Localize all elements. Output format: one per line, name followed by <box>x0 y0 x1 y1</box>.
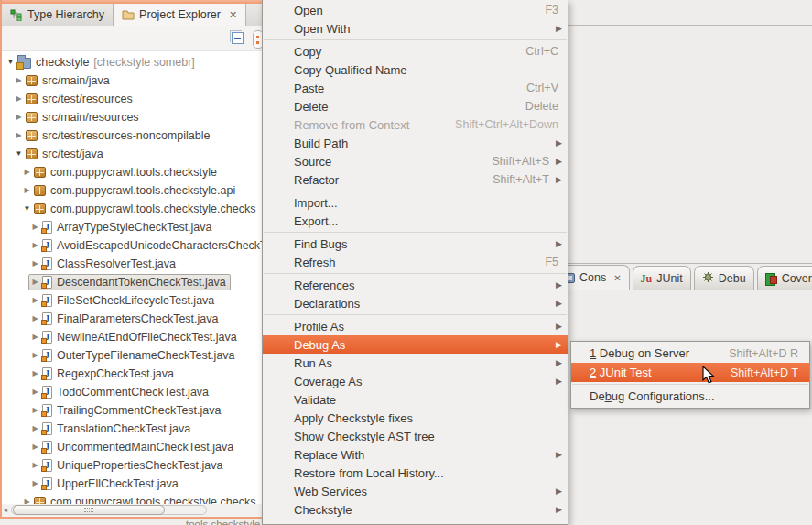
chevron-expanded-icon[interactable]: ▼ <box>23 201 31 217</box>
submenu-item-2-junit-test[interactable]: 2 JUnit TestShift+Alt+D T <box>571 363 809 382</box>
menu-item-replace-with[interactable]: Replace With▶ <box>263 445 568 464</box>
chevron-collapsed-icon[interactable]: ▶ <box>31 256 39 272</box>
tree-item-com-puppycrawl-tools-checkstyle[interactable]: ▶com.puppycrawl.tools.checkstyle <box>2 161 262 180</box>
chevron-collapsed-icon[interactable]: ▶ <box>31 311 39 327</box>
coverage-icon <box>765 273 777 284</box>
chevron-collapsed-icon[interactable]: ▶ <box>23 164 31 180</box>
chevron-collapsed-icon[interactable]: ▶ <box>31 402 39 419</box>
chevron-collapsed-icon[interactable]: ▶ <box>15 109 23 126</box>
menu-item-coverage-as[interactable]: Coverage As▶ <box>263 372 568 390</box>
menu-item-export[interactable]: Export... <box>263 212 568 230</box>
tree-item-translationchecktest-java[interactable]: ▶TranslationCheckTest.java <box>2 418 262 436</box>
console-tab-junit[interactable]: JuJUnit <box>633 266 691 290</box>
tree-item-avoidescapedunicodecharacterschecktest-java[interactable]: ▶AvoidEscapedUnicodeCharactersCheckTest.… <box>2 235 262 253</box>
tree-item-classresolvertest-java[interactable]: ▶ClassResolverTest.java <box>2 253 262 271</box>
menu-item-declarations[interactable]: Declarations▶ <box>263 294 568 312</box>
tree-item-src-main-java[interactable]: ▶src/main/java <box>2 70 262 88</box>
view-tab-bar: Type Hierarchy Project Explorer ✕ <box>2 4 262 26</box>
tree-item-newlineatendoffilechecktest-java[interactable]: ▶NewlineAtEndOfFileCheckTest.java <box>2 326 262 345</box>
menu-item-run-as[interactable]: Run As▶ <box>263 354 568 372</box>
chevron-collapsed-icon[interactable]: ▶ <box>23 494 31 504</box>
submenu-item-shortcut: Shift+Alt+D R <box>729 347 802 360</box>
menu-item-open-with[interactable]: Open With▶ <box>263 19 568 38</box>
menu-item-refactor[interactable]: RefactorShift+Alt+T▶ <box>263 170 568 189</box>
active-part-band <box>0 0 264 4</box>
chevron-collapsed-icon[interactable]: ▶ <box>31 347 39 364</box>
menu-item-references[interactable]: References▶ <box>263 276 568 294</box>
tree-item-finalparameterschecktest-java[interactable]: ▶FinalParametersCheckTest.java <box>2 308 262 326</box>
tree-item-com-puppycrawl-tools-checkstyle-api[interactable]: ▶com.puppycrawl.tools.checkstyle.api <box>2 180 262 198</box>
tree-item-com-puppycrawl-tools-checkstyle-checks[interactable]: ▶com.puppycrawl.tools.checkstyle.checks <box>2 491 262 504</box>
tree-item-uniquepropertieschecktest-java[interactable]: ▶UniquePropertiesCheckTest.java <box>2 454 262 473</box>
chevron-collapsed-icon[interactable]: ▶ <box>15 127 23 144</box>
chevron-collapsed-icon[interactable]: ▶ <box>15 72 23 89</box>
submenu-arrow-icon: ▶ <box>553 239 562 248</box>
tree-item-outertypefilenamechecktest-java[interactable]: ▶OuterTypeFilenameCheckTest.java <box>2 345 262 363</box>
tree-item-descendanttokenchecktest-java[interactable]: ▶DescendantTokenCheckTest.java <box>2 271 262 290</box>
scroll-left-icon[interactable]: ◂ <box>4 506 7 515</box>
scrollbar-thumb[interactable] <box>13 505 165 515</box>
menu-item-show-checkstyle-ast-tree[interactable]: Show Checkstyle AST tree <box>263 427 568 445</box>
chevron-collapsed-icon[interactable]: ▶ <box>31 237 39 254</box>
chevron-collapsed-icon[interactable]: ▶ <box>31 292 39 309</box>
chevron-expanded-icon[interactable]: ▼ <box>6 54 15 71</box>
tree-item-src-test-resources[interactable]: ▶src/test/resources <box>2 88 262 106</box>
chevron-collapsed-icon[interactable]: ▶ <box>31 384 39 400</box>
menu-item-copy-qualified-name[interactable]: Copy Qualified Name <box>263 60 568 79</box>
tab-type-hierarchy[interactable]: Type Hierarchy <box>2 4 114 26</box>
package-icon <box>34 203 46 214</box>
menu-item-paste[interactable]: PasteCtrl+V <box>263 79 568 97</box>
tree-item-filesetchecklifecycletest-java[interactable]: ▶FileSetCheckLifecycleTest.java <box>2 290 262 308</box>
tree-item-upperellchecktest-java[interactable]: ▶UpperEllCheckTest.java <box>2 473 262 491</box>
menu-item-restore-from-local-history[interactable]: Restore from Local History... <box>263 464 568 482</box>
menu-item-find-bugs[interactable]: Find Bugs▶ <box>263 235 568 253</box>
menu-item-debug-as[interactable]: Debug As▶ <box>263 335 568 354</box>
menu-item-copy[interactable]: CopyCtrl+C <box>263 42 568 60</box>
chevron-collapsed-icon[interactable]: ▶ <box>31 439 39 455</box>
chevron-collapsed-icon[interactable]: ▶ <box>31 421 39 437</box>
menu-item-import[interactable]: Import... <box>263 193 568 212</box>
submenu-item-debug-configurations[interactable]: Debug Configurations... <box>571 387 809 406</box>
tree-item-todocommentchecktest-java[interactable]: ▶TodoCommentCheckTest.java <box>2 381 262 399</box>
menu-item-delete[interactable]: DeleteDelete <box>263 97 568 115</box>
tree-item-checkstyle[interactable]: ▼checkstyle[checkstyle somebr] <box>2 51 262 70</box>
submenu-arrow-icon: ▶ <box>553 505 562 514</box>
chevron-collapsed-icon[interactable]: ▶ <box>15 91 23 107</box>
chevron-collapsed-icon[interactable]: ▶ <box>31 366 39 382</box>
menu-item-validate[interactable]: Validate <box>263 390 568 409</box>
console-tab-cover[interactable]: Cover <box>757 266 812 290</box>
tab-project-explorer[interactable]: Project Explorer ✕ <box>114 4 246 26</box>
close-icon[interactable]: ✕ <box>613 273 621 283</box>
menu-item-open[interactable]: OpenF3 <box>263 1 568 19</box>
chevron-collapsed-icon[interactable]: ▶ <box>31 476 39 492</box>
menu-item-checkstyle[interactable]: Checkstyle▶ <box>263 500 568 519</box>
chevron-collapsed-icon[interactable]: ▶ <box>31 457 39 474</box>
menu-item-profile-as[interactable]: Profile As▶ <box>263 317 568 335</box>
submenu-arrow-icon: ▶ <box>553 280 562 290</box>
close-icon[interactable]: ✕ <box>229 9 237 21</box>
tree-item-uncommentedmainchecktest-java[interactable]: ▶UncommentedMainCheckTest.java <box>2 436 262 454</box>
console-tab-debu[interactable]: Debu <box>694 266 754 290</box>
tree-item-arraytypestylechecktest-java[interactable]: ▶ArrayTypeStyleCheckTest.java <box>2 216 262 235</box>
menu-item-build-path[interactable]: Build Path▶ <box>263 134 568 152</box>
chevron-collapsed-icon[interactable]: ▶ <box>31 219 39 235</box>
tree-item-trailingcommentchecktest-java[interactable]: ▶TrailingCommentCheckTest.java <box>2 399 262 418</box>
tree-item-src-test-resources-noncompilable[interactable]: ▶src/test/resources-noncompilable <box>2 125 262 143</box>
tree-item-com-puppycrawl-tools-checkstyle-checks[interactable]: ▼com.puppycrawl.tools.checkstyle.checks <box>2 198 262 216</box>
chevron-collapsed-icon[interactable]: ▶ <box>31 274 39 290</box>
tree-item-src-test-java[interactable]: ▼src/test/java <box>2 143 262 161</box>
horizontal-scrollbar[interactable]: ◂ <box>2 505 262 516</box>
menu-item-source[interactable]: SourceShift+Alt+S▶ <box>263 152 568 170</box>
menu-item-apply-checkstyle-fixes[interactable]: Apply Checkstyle fixes <box>263 409 568 427</box>
chevron-expanded-icon[interactable]: ▼ <box>15 146 23 162</box>
menu-item-refresh[interactable]: RefreshF5 <box>263 253 568 271</box>
chevron-collapsed-icon[interactable]: ▶ <box>23 182 31 199</box>
chevron-collapsed-icon[interactable]: ▶ <box>31 329 39 345</box>
collapse-all-icon[interactable] <box>232 32 244 44</box>
menu-item-web-services[interactable]: Web Services▶ <box>263 482 568 500</box>
tree-item-regexpchecktest-java[interactable]: ▶RegexpCheckTest.java <box>2 363 262 381</box>
submenu-item-1-debug-on-server[interactable]: 1 Debug on ServerShift+Alt+D R <box>571 344 809 363</box>
tree-item-src-main-resources[interactable]: ▶src/main/resources <box>2 106 262 125</box>
menu-item-label: Export... <box>294 214 338 228</box>
tree-item-label: src/test/resources-noncompilable <box>42 126 210 145</box>
